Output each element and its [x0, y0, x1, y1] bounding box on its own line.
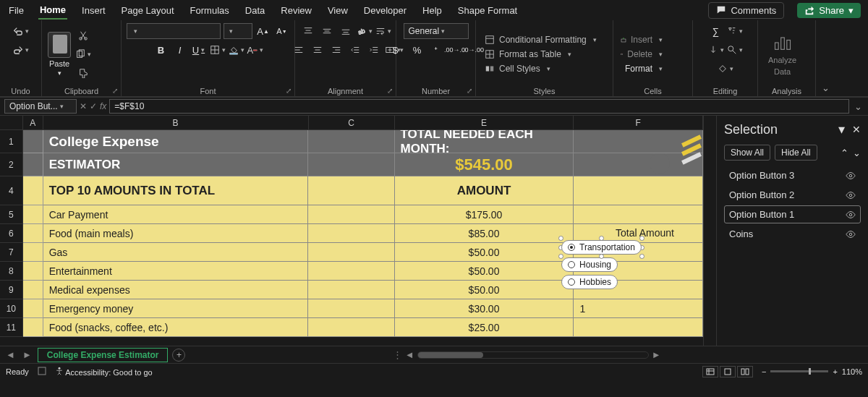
- option-button-1[interactable]: Transportation: [561, 240, 642, 255]
- sheet-tab[interactable]: College Expense Estimator: [38, 348, 169, 362]
- analyze-data-button[interactable]: AnalyzeData: [764, 30, 801, 79]
- tab-data[interactable]: Data: [244, 2, 266, 19]
- expand-formula-bar-button[interactable]: ⌄: [852, 101, 864, 112]
- accounting-format-button[interactable]: $: [391, 42, 407, 58]
- zoom-level[interactable]: 110%: [842, 367, 862, 376]
- add-sheet-button[interactable]: +: [172, 349, 185, 362]
- hscroll-left[interactable]: ◄: [405, 349, 414, 360]
- show-all-button[interactable]: Show All: [724, 145, 770, 161]
- autosum-button[interactable]: ∑: [708, 23, 724, 39]
- zoom-out-button[interactable]: −: [762, 367, 766, 376]
- page-layout-view-button[interactable]: [720, 366, 736, 377]
- orientation-button[interactable]: ab: [357, 23, 373, 39]
- col-header-a[interactable]: A: [23, 116, 43, 130]
- row-header[interactable]: 6: [0, 224, 23, 243]
- font-color-button[interactable]: A: [247, 42, 263, 58]
- tab-help[interactable]: Help: [421, 2, 443, 19]
- cancel-formula-button[interactable]: ✕: [80, 101, 87, 111]
- delete-cells-button[interactable]: Delete: [619, 48, 664, 61]
- zoom-in-button[interactable]: +: [833, 367, 837, 376]
- vertical-scrollbar[interactable]: [703, 116, 716, 346]
- insert-cells-button[interactable]: Insert: [619, 33, 664, 46]
- comments-button[interactable]: Comments: [708, 2, 784, 19]
- comma-button[interactable]: ᐩ: [428, 42, 444, 58]
- accessibility-status[interactable]: Accessibility: Good to go: [55, 367, 153, 377]
- eye-icon[interactable]: [846, 229, 856, 239]
- tab-shape-format[interactable]: Shape Format: [456, 2, 519, 19]
- col-header-e[interactable]: E: [395, 116, 574, 130]
- zoom-slider[interactable]: [770, 370, 828, 372]
- decrease-font-button[interactable]: A▼: [274, 23, 290, 39]
- number-format-box[interactable]: General: [404, 23, 469, 39]
- decrease-indent-button[interactable]: [347, 42, 363, 58]
- percent-button[interactable]: %: [409, 42, 425, 58]
- hscroll-grip[interactable]: ⋮: [393, 349, 402, 360]
- row-header[interactable]: 7: [0, 243, 23, 262]
- sort-filter-button[interactable]: [727, 23, 743, 39]
- worksheet-grid[interactable]: A B C E F 1 College Expense TOTAL NEEDED…: [0, 116, 703, 346]
- undo-button[interactable]: [13, 23, 29, 39]
- redo-button[interactable]: [13, 42, 29, 58]
- align-top-button[interactable]: [300, 23, 316, 39]
- col-header-f[interactable]: F: [574, 116, 703, 130]
- tab-file[interactable]: File: [7, 2, 25, 19]
- eye-icon[interactable]: [846, 171, 856, 181]
- page-break-view-button[interactable]: [737, 366, 753, 377]
- fill-color-button[interactable]: [229, 42, 244, 58]
- align-right-button[interactable]: [328, 42, 344, 58]
- tab-formulas[interactable]: Formulas: [189, 2, 231, 19]
- clear-button[interactable]: [718, 61, 733, 77]
- conditional-formatting-button[interactable]: Conditional Formatting: [482, 33, 600, 46]
- cell-styles-button[interactable]: Cell Styles: [482, 62, 600, 75]
- row-header[interactable]: 4: [0, 176, 23, 205]
- row-header[interactable]: 10: [0, 299, 23, 318]
- borders-button[interactable]: [210, 42, 226, 58]
- macro-record-icon[interactable]: [38, 367, 46, 377]
- row-header[interactable]: 1: [0, 130, 23, 153]
- eye-icon[interactable]: [846, 210, 856, 220]
- tab-insert[interactable]: Insert: [80, 2, 107, 19]
- find-button[interactable]: [727, 42, 743, 58]
- selection-item[interactable]: Coins: [724, 225, 861, 243]
- name-box[interactable]: Option But...: [4, 99, 77, 114]
- fill-button[interactable]: [708, 42, 724, 58]
- option-button-2[interactable]: Housing: [561, 257, 618, 272]
- font-size-box[interactable]: [224, 23, 252, 39]
- col-header-c[interactable]: C: [309, 116, 395, 130]
- paste-button[interactable]: Paste ▾: [48, 32, 71, 77]
- select-all-corner[interactable]: [0, 116, 23, 130]
- collapse-ribbon-button[interactable]: ⌄: [816, 80, 835, 96]
- row-header[interactable]: 8: [0, 262, 23, 281]
- normal-view-button[interactable]: [702, 366, 718, 377]
- send-backward-button[interactable]: ⌄: [853, 148, 861, 158]
- align-center-button[interactable]: [310, 42, 326, 58]
- fx-button[interactable]: fx: [100, 101, 106, 111]
- tab-view[interactable]: View: [326, 2, 349, 19]
- bold-button[interactable]: B: [153, 42, 169, 58]
- increase-font-button[interactable]: A▲: [255, 23, 271, 39]
- pane-menu-button[interactable]: ▾: [838, 121, 845, 137]
- increase-indent-button[interactable]: [366, 42, 382, 58]
- row-header[interactable]: 5: [0, 205, 23, 224]
- wrap-text-button[interactable]: [375, 23, 391, 39]
- tab-developer[interactable]: Developer: [362, 2, 408, 19]
- tab-page-layout[interactable]: Page Layout: [120, 2, 176, 19]
- cut-button[interactable]: [75, 27, 91, 43]
- hide-all-button[interactable]: Hide All: [775, 145, 817, 161]
- increase-decimal-button[interactable]: .00→.0: [447, 42, 463, 58]
- close-pane-button[interactable]: ✕: [852, 124, 861, 135]
- bring-forward-button[interactable]: ⌃: [841, 148, 848, 158]
- tab-home[interactable]: Home: [38, 1, 67, 20]
- font-name-box[interactable]: [127, 23, 221, 39]
- selection-item[interactable]: Option Button 1: [724, 205, 861, 223]
- share-button[interactable]: Share ▾: [797, 3, 861, 18]
- hscroll-right[interactable]: ►: [652, 349, 661, 360]
- align-middle-button[interactable]: [319, 23, 335, 39]
- format-as-table-button[interactable]: Format as Table: [482, 48, 600, 61]
- prev-sheet-button[interactable]: ◄: [4, 349, 17, 360]
- row-header[interactable]: 2: [0, 153, 23, 176]
- underline-button[interactable]: U: [191, 42, 207, 58]
- selection-item[interactable]: Option Button 2: [724, 186, 861, 204]
- horizontal-scrollbar[interactable]: [417, 351, 649, 359]
- format-painter-button[interactable]: [75, 65, 91, 81]
